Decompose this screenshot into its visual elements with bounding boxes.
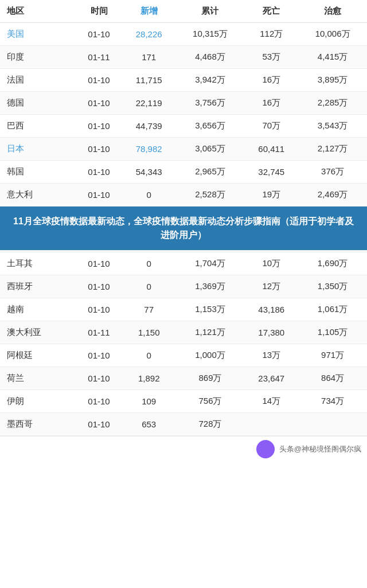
table-row: 印度 01-11 171 4,468万 53万 4,415万: [0, 46, 367, 69]
cell-region: 土耳其: [0, 252, 76, 275]
cell-recovered: 3,543万: [298, 115, 367, 138]
cell-new: 28,226: [122, 23, 176, 46]
col-header-date: 时间: [76, 0, 122, 23]
watermark-avatar: [256, 440, 275, 458]
cell-total: 10,315万: [176, 23, 245, 46]
cell-total: 728万: [176, 413, 245, 436]
watermark-row: 头条@神秘境怪阁偶尔疯: [0, 436, 367, 462]
cell-death: 43,186: [244, 298, 298, 321]
cell-date: 01-10: [76, 344, 122, 367]
cell-recovered: 2,285万: [298, 92, 367, 115]
table-header: 地区 时间 新增 累计 死亡 治愈: [0, 0, 367, 23]
cell-region: 印度: [0, 46, 76, 69]
cell-total: 2,965万: [176, 161, 245, 184]
cell-total: 1,121万: [176, 321, 245, 344]
cell-new: 11,715: [122, 69, 176, 92]
cell-new: 171: [122, 46, 176, 69]
watermark-text: 头条@神秘境怪阁偶尔疯: [279, 444, 361, 454]
cell-new: 0: [122, 344, 176, 367]
cell-date: 01-10: [76, 367, 122, 390]
cell-death: 60,411: [244, 138, 298, 161]
cell-region: 伊朗: [0, 390, 76, 413]
cell-new: 77: [122, 298, 176, 321]
cell-total: 2,528万: [176, 184, 245, 207]
cell-date: 01-10: [76, 275, 122, 298]
cell-date: 01-10: [76, 115, 122, 138]
cell-new: 44,739: [122, 115, 176, 138]
cell-death: 19万: [244, 184, 298, 207]
col-header-region: 地区: [0, 0, 76, 23]
cell-region: 巴西: [0, 115, 76, 138]
cell-death: 16万: [244, 69, 298, 92]
cell-recovered: 971万: [298, 344, 367, 367]
cell-date: 01-10: [76, 390, 122, 413]
cell-total: 4,468万: [176, 46, 245, 69]
cell-total: 3,065万: [176, 138, 245, 161]
cell-new: 0: [122, 252, 176, 275]
table-row: 韩国 01-10 54,343 2,965万 32,745 376万: [0, 161, 367, 184]
table-row: 荷兰 01-10 1,892 869万 23,647 864万: [0, 367, 367, 390]
cell-date: 01-10: [76, 298, 122, 321]
banner-text: 11月全球疫情数据最新动态，全球疫情数据最新动态分析步骤指南（适用于初学者及进阶…: [13, 216, 354, 240]
covid-table-container: 地区 时间 新增 累计 死亡 治愈 美国 01-10 28,226 10,315…: [0, 0, 367, 462]
table-row: 墨西哥 01-10 653 728万: [0, 413, 367, 436]
cell-recovered: 4,415万: [298, 46, 367, 69]
cell-region: 墨西哥: [0, 413, 76, 436]
table-row: 巴西 01-10 44,739 3,656万 70万 3,543万: [0, 115, 367, 138]
table-row: 意大利 01-10 0 2,528万 19万 2,469万: [0, 184, 367, 207]
table-row: 法国 01-10 11,715 3,942万 16万 3,895万: [0, 69, 367, 92]
cell-region: 意大利: [0, 184, 76, 207]
overlay-banner: 11月全球疫情数据最新动态，全球疫情数据最新动态分析步骤指南（适用于初学者及进阶…: [0, 207, 367, 250]
cell-total: 3,942万: [176, 69, 245, 92]
cell-death: 53万: [244, 46, 298, 69]
cell-death: 23,647: [244, 367, 298, 390]
cell-new: 78,982: [122, 138, 176, 161]
cell-death: [244, 413, 298, 436]
cell-recovered: 1,061万: [298, 298, 367, 321]
cell-recovered: 3,895万: [298, 69, 367, 92]
cell-recovered: [298, 413, 367, 436]
cell-date: 01-10: [76, 252, 122, 275]
cell-recovered: 2,127万: [298, 138, 367, 161]
cell-recovered: 1,690万: [298, 252, 367, 275]
table-row: 澳大利亚 01-11 1,150 1,121万 17,380 1,105万: [0, 321, 367, 344]
cell-total: 1,000万: [176, 344, 245, 367]
table-row: 阿根廷 01-10 0 1,000万 13万 971万: [0, 344, 367, 367]
cell-total: 1,704万: [176, 252, 245, 275]
cell-recovered: 734万: [298, 390, 367, 413]
cell-date: 01-10: [76, 69, 122, 92]
cell-total: 1,153万: [176, 298, 245, 321]
cell-region: 美国: [0, 23, 76, 46]
col-header-recovered: 治愈: [298, 0, 367, 23]
cell-region: 韩国: [0, 161, 76, 184]
cell-total: 1,369万: [176, 275, 245, 298]
cell-new: 22,119: [122, 92, 176, 115]
cell-death: 10万: [244, 252, 298, 275]
cell-new: 1,150: [122, 321, 176, 344]
cell-recovered: 1,350万: [298, 275, 367, 298]
table-row: 越南 01-10 77 1,153万 43,186 1,061万: [0, 298, 367, 321]
cell-new: 1,892: [122, 367, 176, 390]
col-header-death: 死亡: [244, 0, 298, 23]
cell-total: 756万: [176, 390, 245, 413]
cell-recovered: 864万: [298, 367, 367, 390]
cell-total: 3,656万: [176, 115, 245, 138]
cell-total: 869万: [176, 367, 245, 390]
cell-new: 0: [122, 275, 176, 298]
cell-date: 01-11: [76, 321, 122, 344]
cell-recovered: 2,469万: [298, 184, 367, 207]
table-row: 伊朗 01-10 109 756万 14万 734万: [0, 390, 367, 413]
cell-region: 法国: [0, 69, 76, 92]
cell-new: 653: [122, 413, 176, 436]
cell-recovered: 1,105万: [298, 321, 367, 344]
cell-region: 西班牙: [0, 275, 76, 298]
cell-death: 14万: [244, 390, 298, 413]
cell-death: 12万: [244, 275, 298, 298]
cell-new: 54,343: [122, 161, 176, 184]
cell-death: 112万: [244, 23, 298, 46]
cell-date: 01-10: [76, 413, 122, 436]
cell-death: 70万: [244, 115, 298, 138]
table-row: 西班牙 01-10 0 1,369万 12万 1,350万: [0, 275, 367, 298]
table-row: 美国 01-10 28,226 10,315万 112万 10,006万: [0, 23, 367, 46]
cell-region: 德国: [0, 92, 76, 115]
